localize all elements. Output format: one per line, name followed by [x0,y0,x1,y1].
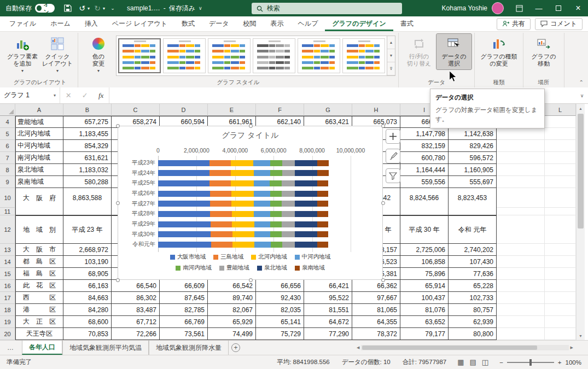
row-header-16[interactable]: 16 [0,280,15,292]
cell-G17[interactable]: 95,522 [304,292,352,304]
cell-J14[interactable]: 107,430 [449,256,497,268]
selection-handle[interactable] [381,124,385,128]
cell-K17[interactable] [497,292,545,304]
cell-B17[interactable]: 84,663 [63,292,112,304]
cell-H16[interactable]: 66,362 [352,280,400,292]
cell-I15[interactable]: 75,896 [400,268,449,280]
bar-segment-北河内地域[interactable] [231,180,253,186]
cell-F18[interactable]: 82,035 [256,304,304,316]
cell-G16[interactable]: 66,421 [304,280,352,292]
ribbon-tab-ホーム[interactable]: ホーム [43,16,78,31]
row-header-15[interactable]: 15 [0,268,15,280]
change-colors-button[interactable]: 色の 変更 ▾ [81,34,116,76]
bar-segment-豊能地域[interactable] [282,160,295,166]
bar-segment-三島地域[interactable] [209,160,231,166]
bar-segment-中河内地域[interactable] [254,180,270,186]
change-chart-type-button[interactable]: グラフの種類 の変更 [478,34,520,69]
cell-L13[interactable] [545,244,576,256]
name-box-dropdown-icon[interactable]: ▾ [54,93,56,98]
bar-segment-北河内地域[interactable] [232,231,254,237]
cell-L15[interactable] [545,268,576,280]
cell-K9[interactable] [497,176,545,188]
cell-K18[interactable] [497,304,545,316]
cell-I19[interactable]: 63,652 [400,316,449,328]
cell-L12[interactable] [545,215,576,244]
horizontal-scrollbar[interactable]: ◀ ▶ [357,344,573,351]
bar-segment-豊能地域[interactable] [282,191,294,197]
search-input[interactable]: 検索 [252,3,402,14]
row-header-10[interactable]: 10 [0,188,15,208]
cell-I6[interactable]: 832,159 [400,140,449,152]
cell-A6[interactable]: 中河内地域 [15,140,63,152]
bar-segment-大阪市地域[interactable] [158,191,210,197]
cell-A10[interactable]: 大 阪 府 [15,188,63,208]
user-name[interactable]: Kohama Yoshie [442,4,487,12]
select-all-corner[interactable] [0,104,15,116]
bar-segment-南河内地域[interactable] [270,160,282,166]
cell-J8[interactable]: 1,160,905 [449,164,497,176]
bar-segment-豊能地域[interactable] [282,211,294,217]
chart-style-thumbnail-3[interactable] [208,38,251,73]
ribbon-tab-グラフのデザイン[interactable]: グラフのデザイン [325,16,393,31]
legend-item-三島地域[interactable]: 三島地域 [213,253,243,261]
cell-K8[interactable] [497,164,545,176]
chart-styles-button[interactable] [386,149,400,163]
cell-L17[interactable] [545,292,576,304]
ribbon-tab-校閲[interactable]: 校閲 [236,16,264,31]
bar-segment-南河内地域[interactable] [270,211,282,217]
stacked-bar[interactable] [158,191,328,197]
bar-segment-泉北地域[interactable] [295,231,317,237]
cell-L11[interactable] [545,208,576,215]
cell-J15[interactable]: 77,636 [449,268,497,280]
bar-segment-北河内地域[interactable] [232,221,254,227]
cell-E18[interactable]: 82,067 [208,304,256,316]
stacked-bar[interactable] [158,231,328,237]
bar-segment-北河内地域[interactable] [231,201,254,207]
bar-segment-泉南地域[interactable] [317,201,328,207]
cell-A13[interactable]: 大 阪 市 [15,244,63,256]
cell-A5[interactable]: 北河内地域 [15,128,63,140]
quick-access-more-icon[interactable]: ⌄ [106,2,119,15]
bar-segment-泉北地域[interactable] [295,180,317,186]
stacked-bar[interactable] [158,160,329,166]
bar-segment-大阪市地域[interactable] [158,221,211,227]
cell-A9[interactable]: 泉南地域 [15,176,63,188]
bar-segment-大阪市地域[interactable] [158,231,211,237]
cell-I20[interactable]: 79,177 [400,328,449,340]
cell-I7[interactable]: 600,780 [400,152,449,164]
bar-segment-泉北地域[interactable] [295,201,317,207]
cell-L10[interactable] [545,188,576,208]
undo-icon[interactable]: ↺ [75,2,89,15]
zoom-out-icon[interactable]: − [499,359,503,366]
column-header-C[interactable]: C [112,104,160,116]
cell-E19[interactable]: 65,929 [208,316,256,328]
avatar[interactable] [492,2,504,14]
row-header-17[interactable]: 17 [0,292,15,304]
legend-item-泉北地域[interactable]: 泉北地域 [257,264,287,272]
bar-segment-大阪市地域[interactable] [158,211,210,217]
cell-B7[interactable]: 631,621 [63,152,112,164]
column-header-E[interactable]: E [208,104,256,116]
ribbon-tab-ヘルプ[interactable]: ヘルプ [291,16,325,31]
cell-J13[interactable]: 2,740,202 [449,244,497,256]
row-header-19[interactable]: 19 [0,316,15,328]
cell-J20[interactable]: 80,800 [449,328,497,340]
bar-segment-南河内地域[interactable] [270,221,282,227]
bar-segment-北河内地域[interactable] [232,211,254,217]
selection-handle[interactable] [116,201,120,205]
insert-function-icon[interactable]: fx [98,91,103,100]
cell-A15[interactable]: 福 島 区 [15,268,63,280]
ribbon-tab-書式[interactable]: 書式 [393,16,421,31]
scroll-up-icon[interactable]: ▲ [577,104,585,113]
ribbon-tab-表示[interactable]: 表示 [264,16,291,31]
bar-segment-豊能地域[interactable] [282,231,295,237]
cell-H20[interactable]: 78,372 [352,328,400,340]
autosave-toggle[interactable]: オン [35,4,55,13]
cell-H17[interactable]: 97,667 [352,292,400,304]
selection-handle[interactable] [381,201,385,205]
bar-segment-泉南地域[interactable] [317,191,328,197]
bar-segment-大阪市地域[interactable] [158,160,209,166]
bar-segment-泉北地域[interactable] [295,242,317,248]
cell-I14[interactable]: 106,858 [400,256,449,268]
legend-item-豊能地域[interactable]: 豊能地域 [219,264,249,272]
